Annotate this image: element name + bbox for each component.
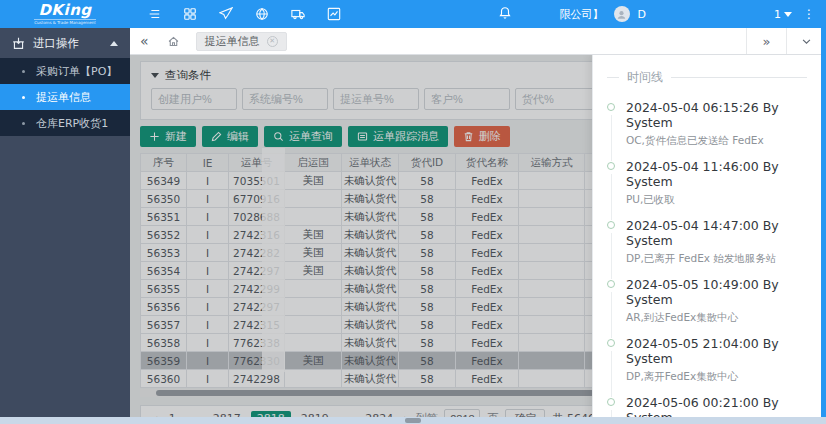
- chart-line-icon[interactable]: [326, 7, 341, 22]
- locale-value: 1: [774, 8, 781, 21]
- user-avatar[interactable]: [614, 6, 630, 22]
- bullet-icon: [22, 70, 25, 73]
- logo-subtitle: Customs & Trade Management: [34, 19, 96, 25]
- bullet-icon: [22, 122, 25, 125]
- timeline-marker-icon: [607, 280, 615, 288]
- timeline-entry-desc: PU,已收取: [626, 193, 807, 207]
- window-horizontal-scrollbar[interactable]: [0, 417, 826, 424]
- expand-tabs-icon[interactable]: »: [746, 28, 786, 54]
- divider: [607, 77, 619, 78]
- tab-bar-actions: »: [746, 28, 826, 54]
- tab-waybill-info[interactable]: 提运单信息 ✕: [196, 32, 287, 51]
- bullet-icon: [22, 96, 25, 99]
- truck-icon[interactable]: [290, 7, 305, 22]
- sidebar-item-waybill-info[interactable]: 提运单信息: [0, 84, 130, 110]
- top-nav-icons: [130, 7, 341, 22]
- header-right: 限公司】 D 1 ⋮: [560, 0, 818, 28]
- timeline-entry-desc: DP,离开FedEx集散中心: [626, 370, 807, 384]
- collapse-caret-icon: [110, 41, 118, 46]
- app-logo[interactable]: DKing Customs & Trade Management: [0, 0, 130, 28]
- timeline-entry-desc: DP,已离开 FedEx 始发地服务站: [626, 252, 807, 266]
- divider: [671, 77, 807, 78]
- sidebar-item-label: 提运单信息: [36, 90, 91, 105]
- timeline-entry: 2024-05-05 10:49:00 By SystemAR,到达FedEx集…: [607, 277, 807, 325]
- sidebar-group-label: 进口操作: [33, 36, 110, 51]
- timeline-entry-time: 2024-05-04 06:15:26 By System: [626, 100, 807, 130]
- timeline-entry: 2024-05-04 11:46:00 By SystemPU,已收取: [607, 159, 807, 207]
- timeline-entry-time: 2024-05-05 21:04:00 By System: [626, 336, 807, 366]
- timeline-header: 时间线: [607, 69, 807, 86]
- sidebar-menu: 采购订单【PO】 提运单信息 仓库ERP收货1: [0, 58, 130, 136]
- timeline-entry-desc: OC,货件信息已发送给 FedEx: [626, 134, 807, 148]
- plane-icon[interactable]: [218, 7, 233, 22]
- sidebar: 进口操作 采购订单【PO】 提运单信息 仓库ERP收货1: [0, 28, 130, 424]
- sidebar-item-purchase-order[interactable]: 采购订单【PO】: [0, 58, 130, 84]
- timeline-list: 2024-05-04 06:15:26 By SystemOC,货件信息已发送给…: [607, 100, 807, 424]
- locale-switcher[interactable]: 1: [774, 8, 792, 21]
- sidebar-item-label: 采购订单【PO】: [36, 64, 117, 79]
- sidebar-item-warehouse-erp[interactable]: 仓库ERP收货1: [0, 110, 130, 136]
- bell-icon: [498, 6, 512, 23]
- timeline-entry-time: 2024-05-05 10:49:00 By System: [626, 277, 807, 307]
- timeline-entry: 2024-05-05 21:04:00 By SystemDP,离开FedEx集…: [607, 336, 807, 384]
- top-header: DKing Customs & Trade Management 限公司】 D …: [0, 0, 826, 28]
- timeline-title: 时间线: [627, 69, 663, 86]
- tab-label: 提运单信息: [205, 34, 260, 49]
- timeline-marker-icon: [607, 103, 615, 111]
- sidebar-group-import-operations[interactable]: 进口操作: [0, 28, 130, 58]
- user-name[interactable]: D: [638, 8, 646, 21]
- sidebar-item-label: 仓库ERP收货1: [36, 116, 108, 131]
- home-icon[interactable]: [159, 35, 188, 48]
- close-icon[interactable]: ✕: [267, 36, 278, 47]
- timeline-entry-desc: AR,到达FedEx集散中心: [626, 311, 807, 325]
- timeline-marker-icon: [607, 398, 615, 406]
- window-right-edge: [821, 0, 826, 424]
- caret-down-icon: [784, 12, 792, 17]
- timeline-marker-icon: [607, 162, 615, 170]
- company-name[interactable]: 限公司】: [560, 7, 604, 22]
- tab-bar: « 提运单信息 ✕ »: [130, 28, 826, 55]
- notifications-bell[interactable]: [498, 0, 512, 28]
- menu-list-icon[interactable]: [146, 7, 161, 22]
- timeline-marker-icon: [607, 221, 615, 229]
- import-operations-icon: [12, 37, 25, 50]
- timeline-entry: 2024-05-04 06:15:26 By SystemOC,货件信息已发送给…: [607, 100, 807, 148]
- collapse-sidebar-icon[interactable]: «: [130, 33, 159, 49]
- timeline-entry: 2024-05-04 14:47:00 By SystemDP,已离开 FedE…: [607, 218, 807, 266]
- kebab-menu-icon[interactable]: ⋮: [800, 7, 818, 21]
- chevron-down-icon[interactable]: [786, 28, 826, 54]
- apps-grid-icon[interactable]: [182, 7, 197, 22]
- timeline-entry-time: 2024-05-04 14:47:00 By System: [626, 218, 807, 248]
- timeline-entry-time: 2024-05-04 11:46:00 By System: [626, 159, 807, 189]
- timeline-drawer: 时间线 2024-05-04 06:15:26 By SystemOC,货件信息…: [592, 55, 821, 424]
- globe-icon[interactable]: [254, 7, 269, 22]
- timeline-marker-icon: [607, 339, 615, 347]
- logo-text: DKing: [38, 3, 91, 18]
- scrollbar-thumb[interactable]: [405, 418, 421, 423]
